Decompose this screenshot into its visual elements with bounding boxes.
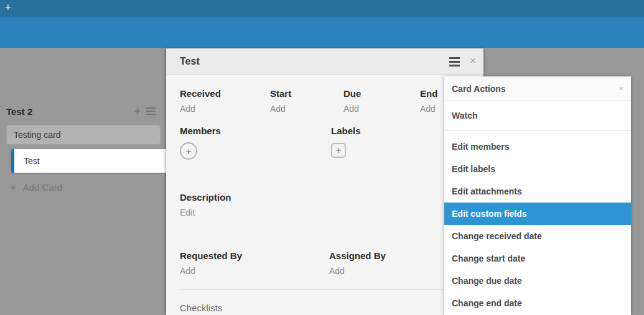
add-board-icon[interactable]: +: [5, 2, 11, 13]
add-label-button[interactable]: +: [331, 143, 346, 158]
members-labels-row: Members + Labels +: [180, 126, 470, 160]
checklists-section: Checklists + Add Checklist...: [180, 303, 470, 315]
members-section: Members +: [180, 126, 331, 160]
menu-item-edit-members[interactable]: Edit members: [444, 135, 631, 158]
dates-row: Received Add Start Add Due Add End Add: [180, 88, 470, 114]
due-field: Due Add: [343, 88, 420, 114]
add-member-button[interactable]: +: [180, 142, 197, 160]
description-edit-link[interactable]: Edit: [180, 208, 195, 218]
menu-item-watch[interactable]: Watch: [444, 101, 631, 130]
card-actions-dropdown: Card Actions × Watch Edit members Edit l…: [444, 76, 631, 315]
menu-item-change-end-date[interactable]: Change end date: [444, 292, 631, 314]
requested-by-label: Requested By: [180, 250, 329, 262]
received-add-link[interactable]: Add: [180, 104, 195, 114]
requested-assigned-row: Requested By Add Assigned By Add: [180, 250, 470, 276]
checklists-label: Checklists: [180, 303, 470, 314]
add-card-button[interactable]: + Add Card: [11, 182, 62, 193]
card-actions-header: Card Actions ×: [444, 76, 631, 101]
menu-item-edit-labels[interactable]: Edit labels: [444, 158, 631, 180]
list-title: Test 2: [6, 106, 32, 117]
start-add-link[interactable]: Add: [270, 104, 286, 114]
menu-item-edit-attachments[interactable]: Edit attachments: [444, 180, 631, 203]
divider: [180, 290, 470, 290]
plus-icon: +: [11, 182, 16, 193]
labels-label: Labels: [331, 126, 361, 137]
due-label: Due: [343, 88, 420, 99]
add-card-label: Add Card: [23, 182, 62, 193]
menu-item-change-start-date[interactable]: Change start date: [444, 247, 631, 270]
card-detail-modal: Test × Received Add Start Add Due Add: [166, 48, 483, 315]
requested-by-section: Requested By Add: [180, 250, 329, 276]
card-title: Test: [180, 56, 200, 67]
start-label: Start: [270, 88, 343, 99]
list-menu-icon[interactable]: [146, 107, 156, 115]
top-navbar: +: [0, 0, 644, 17]
assigned-by-add-link[interactable]: Add: [329, 266, 345, 276]
received-label: Received: [180, 88, 270, 99]
menu-item-change-received-date[interactable]: Change received date: [444, 225, 631, 247]
menu-item-edit-custom-fields[interactable]: Edit custom fields: [444, 203, 631, 225]
members-label: Members: [180, 126, 331, 137]
card-actions-list: Edit members Edit labels Edit attachment…: [444, 130, 631, 314]
card-modal-header: Test ×: [166, 48, 483, 75]
end-add-link[interactable]: Add: [420, 104, 436, 114]
description-section: Description Edit: [180, 192, 470, 218]
app-screen: + Test 2 + Testing card Test + Add Card …: [0, 0, 644, 315]
close-dropdown-icon[interactable]: ×: [618, 84, 623, 93]
end-field: End Add: [420, 88, 437, 114]
close-modal-icon[interactable]: ×: [470, 55, 476, 67]
due-add-link[interactable]: Add: [343, 104, 359, 114]
labels-section: Labels +: [331, 126, 361, 160]
card-testing-card[interactable]: Testing card: [6, 125, 161, 145]
requested-by-add-link[interactable]: Add: [180, 266, 195, 276]
sub-navbar: [0, 17, 644, 48]
card-actions-title: Card Actions: [452, 84, 506, 94]
menu-item-change-due-date[interactable]: Change due date: [444, 270, 631, 292]
card-actions-menu-icon[interactable]: [449, 57, 460, 66]
start-field: Start Add: [270, 88, 343, 114]
list-add-card-icon[interactable]: +: [134, 106, 141, 116]
received-field: Received Add: [180, 88, 270, 114]
card-modal-body: Received Add Start Add Due Add End Add: [166, 75, 483, 315]
list-actions: +: [134, 106, 156, 116]
assigned-by-label: Assigned By: [329, 250, 386, 262]
assigned-by-section: Assigned By Add: [329, 250, 386, 276]
end-label: End: [420, 88, 437, 99]
card-test-selected[interactable]: Test: [11, 149, 166, 173]
description-label: Description: [180, 192, 470, 203]
